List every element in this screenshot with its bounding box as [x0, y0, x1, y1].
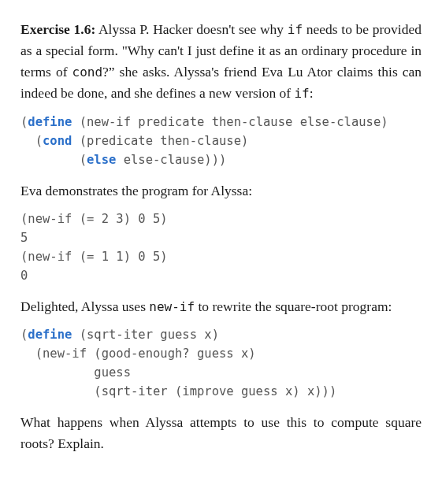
inline-code-cond: cond: [72, 65, 103, 80]
text: :: [310, 85, 314, 101]
text: to rewrite the square-root program:: [195, 298, 392, 314]
text: Delighted, Alyssa uses: [20, 298, 149, 314]
code-block-new-if-define: (define (new-if predicate then-clause el…: [20, 113, 422, 169]
paragraph-question: What happens when Alyssa attempts to use…: [20, 412, 422, 454]
exercise-label: Exercise 1.6:: [20, 21, 95, 37]
paragraph-delighted: Delighted, Alyssa uses new-if to rewrite…: [20, 296, 422, 317]
exercise-intro: Exercise 1.6: Alyssa P. Hacker doesn't s…: [20, 19, 422, 105]
code-block-sqrt-iter: (define (sqrt-iter guess x) (new-if (goo…: [20, 325, 422, 401]
inline-code-if: if: [294, 86, 309, 101]
paragraph-demo: Eva demonstrates the program for Alyssa:: [20, 180, 422, 202]
code-block-demo: (new-if (= 2 3) 0 5) 5 (new-if (= 1 1) 0…: [20, 209, 422, 285]
inline-code-if: if: [288, 22, 303, 37]
inline-code-new-if: new-if: [149, 299, 195, 314]
text: Alyssa P. Hacker doesn't see why: [95, 21, 288, 37]
